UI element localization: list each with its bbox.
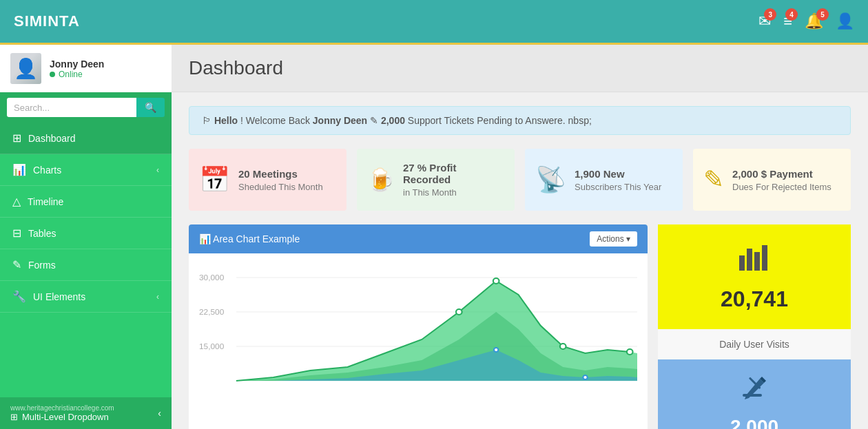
ui-elements-icon: 🔧 xyxy=(12,290,26,303)
list-badge: 4 xyxy=(785,8,798,21)
search-input[interactable] xyxy=(7,98,136,117)
svg-rect-18 xyxy=(754,252,760,271)
sidebar-item-label-charts: Charts xyxy=(33,165,61,176)
sidebar-profile: 👤 Jonny Deen Online xyxy=(0,45,172,92)
svg-text:15,000: 15,000 xyxy=(199,342,224,350)
sidebar-item-label-timeline: Timeline xyxy=(28,196,63,207)
nav-icons: ✉ 3 ≡ 4 🔔 5 👤 xyxy=(758,12,854,30)
visits-label: Daily User Visits xyxy=(719,339,789,350)
profile-status: Online xyxy=(50,70,104,79)
profile-name: Jonny Deen xyxy=(50,59,104,70)
sidebar-item-ui-elements[interactable]: 🔧 UI Elements ‹ xyxy=(0,281,172,313)
flag-icon: 🏳 xyxy=(202,115,211,126)
visits-label-box: Daily User Visits xyxy=(658,329,851,359)
svg-rect-19 xyxy=(762,245,767,271)
page-title: Dashboard xyxy=(189,57,851,79)
profit-label: in This Month xyxy=(403,187,504,198)
widget-blue-stat: 2,000 xyxy=(658,359,851,429)
visits-number: 20,741 xyxy=(721,286,788,312)
edit-icon xyxy=(739,373,770,410)
status-dot-icon xyxy=(50,72,55,77)
sidebar-item-dashboard[interactable]: ⊞ Dashboard xyxy=(0,123,172,154)
avatar-person-icon: 👤 xyxy=(14,57,38,80)
sidebar-nav: ⊞ Dashboard 📊 Charts ‹ △ Timeline ⊟ xyxy=(0,123,172,313)
charts-arrow-icon: ‹ xyxy=(156,165,159,175)
sidebar-item-timeline[interactable]: △ Timeline xyxy=(0,186,172,218)
user-icon-wrap[interactable]: 👤 xyxy=(836,12,854,30)
welcome-banner: 🏳 Hello ! Welcome Back Jonny Deen ✎ 2,00… xyxy=(189,106,851,135)
bell-icon-wrap[interactable]: 🔔 5 xyxy=(805,12,823,30)
svg-point-12 xyxy=(560,344,566,349)
charts-icon: 📊 xyxy=(12,163,26,176)
timeline-icon: △ xyxy=(12,195,21,208)
meetings-label: Sheduled This Month xyxy=(238,182,323,192)
widget-daily-visits: 20,741 xyxy=(658,224,851,329)
chart-actions-button[interactable]: Actions ▾ xyxy=(590,231,637,247)
bell-badge: 5 xyxy=(816,8,829,21)
mail-badge: 3 xyxy=(764,8,776,21)
avatar: 👤 xyxy=(10,53,41,84)
svg-point-11 xyxy=(493,278,499,284)
svg-rect-16 xyxy=(739,255,745,271)
subscribers-number: 1,900 New xyxy=(575,168,661,180)
main-layout: 👤 Jonny Deen Online 🔍 ⊞ Dashbo xyxy=(0,45,868,429)
welcome-text-1: Hello ! Welcome Back Jonny Deen ✎ 2,000 … xyxy=(214,115,592,126)
footer-arrow-icon: ‹ xyxy=(158,408,161,419)
search-button[interactable]: 🔍 xyxy=(136,98,165,117)
footer-label: Multi-Level Dropdown xyxy=(22,412,109,422)
tables-icon: ⊟ xyxy=(12,227,21,240)
ui-elements-arrow-icon: ‹ xyxy=(156,292,159,302)
sidebar-item-label-ui-elements: UI Elements xyxy=(33,291,85,302)
mail-icon-wrap[interactable]: ✉ 3 xyxy=(758,12,771,30)
svg-point-13 xyxy=(627,349,633,355)
subscribers-icon: 📡 xyxy=(535,165,566,194)
chart-card: 📊 Area Chart Example Actions ▾ xyxy=(189,224,648,429)
svg-point-10 xyxy=(456,309,462,315)
sidebar-item-forms[interactable]: ✎ Forms xyxy=(0,249,172,281)
profit-icon: 🍺 xyxy=(367,167,395,193)
content-body: 🏳 Hello ! Welcome Back Jonny Deen ✎ 2,00… xyxy=(172,92,868,429)
sidebar-search: 🔍 xyxy=(0,92,172,123)
stat-card-meetings: 📅 20 Meetings Sheduled This Month xyxy=(189,149,347,211)
stat-card-payment: ✎ 2,000 $ Payment Dues For Rejected Item… xyxy=(693,149,851,211)
payment-icon: ✎ xyxy=(703,165,724,194)
list-icon-wrap[interactable]: ≡ 4 xyxy=(783,12,792,30)
subscribers-label: Subscribers This Year xyxy=(575,182,661,192)
app-logo: SIMINTA xyxy=(14,12,80,30)
sidebar-footer[interactable]: www.heritagechristiancollege.com ⊞ Multi… xyxy=(0,397,172,429)
blue-number: 2,000 xyxy=(730,416,778,429)
bottom-grid: 📊 Area Chart Example Actions ▾ xyxy=(189,224,851,429)
profit-number: 27 % Profit Recorded xyxy=(403,162,504,185)
sidebar-item-tables[interactable]: ⊟ Tables xyxy=(0,218,172,249)
calendar-icon: 📅 xyxy=(199,165,230,194)
chart-body: 30,000 22,500 15,000 xyxy=(189,253,648,419)
top-nav: SIMINTA ✉ 3 ≡ 4 🔔 5 👤 xyxy=(0,0,868,45)
svg-point-15 xyxy=(583,375,587,379)
right-widgets: 20,741 Daily User Visits xyxy=(658,224,851,429)
sidebar-item-label-forms: Forms xyxy=(28,260,56,271)
svg-point-14 xyxy=(494,348,498,352)
chart-actions-label: Actions ▾ xyxy=(597,234,630,244)
svg-text:22,500: 22,500 xyxy=(199,308,224,316)
dashboard-icon: ⊞ xyxy=(12,132,21,145)
chart-header: 📊 Area Chart Example Actions ▾ xyxy=(189,224,648,253)
forms-icon: ✎ xyxy=(12,258,21,271)
sidebar-item-label-tables: Tables xyxy=(28,228,56,239)
sidebar: 👤 Jonny Deen Online 🔍 ⊞ Dashbo xyxy=(0,45,172,429)
footer-url: www.heritagechristiancollege.com xyxy=(10,404,114,412)
stat-card-subscribers: 📡 1,900 New Subscribers This Year xyxy=(525,149,683,211)
payment-label: Dues For Rejected Items xyxy=(732,182,831,192)
chart-title: 📊 Area Chart Example xyxy=(199,233,300,244)
stats-grid: 📅 20 Meetings Sheduled This Month 🍺 27 %… xyxy=(189,149,851,211)
sidebar-item-label-dashboard: Dashboard xyxy=(28,133,76,144)
stat-card-profit: 🍺 27 % Profit Recorded in This Month xyxy=(357,149,515,211)
svg-rect-17 xyxy=(747,249,752,271)
content-header: Dashboard xyxy=(172,45,868,92)
meetings-number: 20 Meetings xyxy=(238,168,323,180)
profile-info: Jonny Deen Online xyxy=(50,59,104,79)
area-chart: 30,000 22,500 15,000 xyxy=(199,264,637,408)
content-area: Dashboard 🏳 Hello ! Welcome Back Jonny D… xyxy=(172,45,868,429)
sidebar-item-charts[interactable]: 📊 Charts ‹ xyxy=(0,154,172,186)
user-icon: 👤 xyxy=(836,12,854,30)
payment-number: 2,000 $ Payment xyxy=(732,168,831,180)
